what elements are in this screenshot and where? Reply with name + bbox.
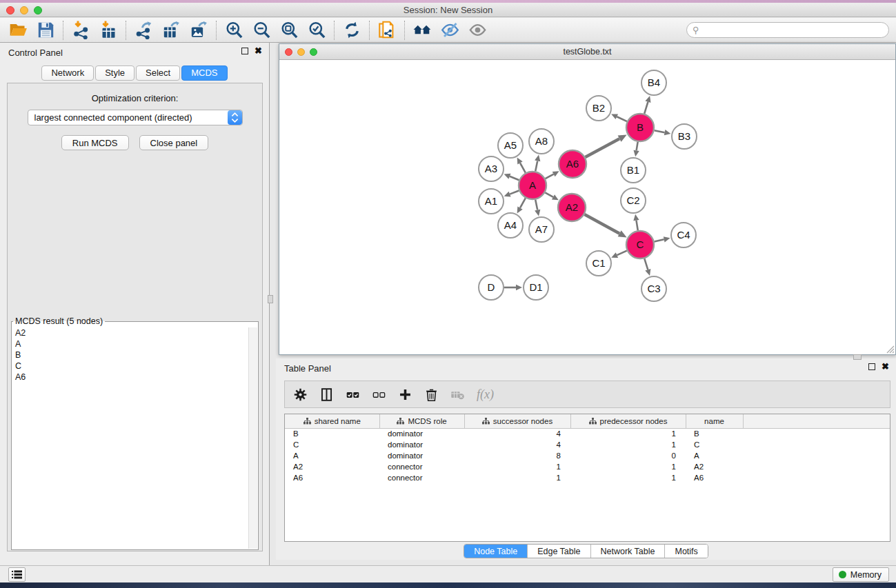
search-input[interactable]: [702, 23, 888, 37]
graph-node-A4[interactable]: A4: [498, 213, 523, 238]
delete-row-button[interactable]: [424, 387, 439, 402]
cell-name[interactable]: A6: [686, 472, 743, 483]
edge-B-B2[interactable]: [611, 114, 627, 121]
close-panel-button[interactable]: Close panel: [139, 135, 209, 150]
import-network-button[interactable]: [67, 19, 94, 41]
graph-node-A7[interactable]: A7: [529, 217, 554, 242]
close-panel-icon[interactable]: ✖: [255, 48, 262, 54]
open-session-button[interactable]: [4, 19, 32, 41]
graph-node-B4[interactable]: B4: [641, 70, 666, 95]
cell-successor-nodes[interactable]: 1: [464, 461, 570, 472]
column-header-name[interactable]: name: [686, 414, 743, 428]
edge-C-C1[interactable]: [611, 251, 627, 258]
close-network-window-button[interactable]: [285, 48, 292, 56]
cell-shared-name[interactable]: A6: [285, 472, 379, 483]
tab-node-table[interactable]: Node Table: [464, 545, 528, 558]
zoom-fit-button[interactable]: [275, 19, 303, 41]
edge-B-B4[interactable]: [644, 96, 650, 114]
edge-C-C3[interactable]: [644, 258, 650, 276]
graph-node-C4[interactable]: C4: [671, 223, 696, 247]
hide-selected-button[interactable]: [436, 19, 464, 41]
edge-A-A2[interactable]: [545, 192, 559, 200]
zoom-selected-button[interactable]: [303, 19, 330, 41]
cell-predecessor-nodes[interactable]: 1: [570, 472, 686, 483]
cell-shared-name[interactable]: C: [285, 439, 379, 450]
edge-A-A7[interactable]: [535, 200, 540, 216]
column-header-predecessor-nodes[interactable]: predecessor nodes: [570, 414, 686, 428]
table-row[interactable]: Cdominator41C: [285, 439, 890, 450]
graph-node-A5[interactable]: A5: [498, 133, 523, 158]
new-network-from-selection-button[interactable]: [373, 19, 401, 41]
column-header-MCDS-role[interactable]: MCDS role: [379, 414, 464, 428]
function-builder-button[interactable]: f(x): [477, 387, 494, 402]
graph-node-B1[interactable]: B1: [621, 158, 646, 183]
graph-node-A2[interactable]: A2: [558, 194, 586, 221]
cell-predecessor-nodes[interactable]: 1: [570, 428, 686, 439]
cell-predecessor-nodes[interactable]: 1: [570, 439, 686, 450]
network-canvas[interactable]: B4B2BB3B1A5A8A6A3AA1A2A4A7C2C4CC1C3DD1: [279, 60, 895, 354]
deselect-all-button[interactable]: [372, 387, 386, 402]
apply-layout-button[interactable]: [338, 19, 366, 41]
show-columns-button[interactable]: [319, 387, 334, 402]
tab-style[interactable]: Style: [95, 65, 135, 81]
graph-node-C1[interactable]: C1: [586, 251, 611, 276]
float-panel-icon[interactable]: [241, 48, 248, 54]
cell-name[interactable]: C: [686, 439, 743, 450]
tab-edge-table[interactable]: Edge Table: [528, 545, 590, 558]
zoom-network-window-button[interactable]: [310, 48, 317, 56]
close-panel-icon[interactable]: ✖: [882, 363, 889, 370]
graph-node-A1[interactable]: A1: [479, 189, 504, 214]
memory-button[interactable]: Memory: [833, 567, 889, 582]
cell-shared-name[interactable]: A2: [285, 461, 379, 472]
tab-motifs[interactable]: Motifs: [665, 545, 707, 558]
edge-B-B3[interactable]: [655, 130, 671, 135]
table-row[interactable]: A6connector11A6: [285, 472, 890, 483]
zoom-out-button[interactable]: [248, 19, 275, 41]
graph-node-B3[interactable]: B3: [672, 124, 697, 149]
graph-node-A8[interactable]: A8: [529, 129, 554, 154]
run-mcds-button[interactable]: Run MCDS: [61, 135, 129, 150]
cell-MCDS-role[interactable]: dominator: [379, 450, 464, 461]
export-table-button[interactable]: [157, 19, 185, 41]
cell-name[interactable]: B: [686, 428, 743, 439]
edge-C-C2[interactable]: [633, 214, 639, 230]
task-history-button[interactable]: [8, 567, 26, 582]
table-row[interactable]: Bdominator41B: [285, 428, 890, 439]
result-scrollbar[interactable]: [248, 327, 257, 549]
cell-name[interactable]: A2: [686, 461, 743, 472]
window-resize-grip[interactable]: [886, 345, 895, 354]
first-neighbors-button[interactable]: [408, 19, 436, 41]
minimize-network-window-button[interactable]: [297, 48, 305, 56]
vertical-split-grip[interactable]: [268, 295, 273, 303]
edge-A-A4[interactable]: [517, 198, 526, 213]
export-image-button[interactable]: [185, 19, 212, 41]
show-all-button[interactable]: [464, 19, 491, 41]
cell-MCDS-role[interactable]: dominator: [379, 428, 464, 439]
graph-node-A[interactable]: A: [519, 172, 546, 199]
tab-network[interactable]: Network: [41, 65, 94, 81]
table-row[interactable]: Adominator80A: [285, 450, 890, 461]
table-settings-button[interactable]: [293, 387, 308, 402]
float-panel-icon[interactable]: [868, 363, 875, 370]
column-header-successor-nodes[interactable]: successor nodes: [464, 414, 570, 428]
cell-successor-nodes[interactable]: 4: [464, 439, 570, 450]
edge-A-A5[interactable]: [517, 158, 526, 173]
column-header-shared-name[interactable]: shared name: [285, 414, 379, 428]
export-network-button[interactable]: [130, 19, 157, 41]
edge-A2-C[interactable]: [584, 214, 626, 237]
edge-A-A8[interactable]: [535, 155, 540, 172]
cell-MCDS-role[interactable]: connector: [379, 461, 464, 472]
cell-MCDS-role[interactable]: connector: [379, 472, 464, 483]
tab-network-table[interactable]: Network Table: [591, 545, 666, 558]
save-session-button[interactable]: [32, 19, 59, 41]
graph-node-C[interactable]: C: [626, 231, 654, 258]
graph-node-D[interactable]: D: [479, 275, 504, 300]
cell-predecessor-nodes[interactable]: 0: [570, 450, 686, 461]
edge-B-B1[interactable]: [633, 142, 639, 157]
cell-shared-name[interactable]: B: [285, 428, 379, 439]
table-row[interactable]: A2connector11A2: [285, 461, 890, 472]
graph-node-C2[interactable]: C2: [621, 188, 646, 213]
edge-A6-B[interactable]: [585, 134, 626, 157]
edge-A-A3[interactable]: [504, 174, 519, 180]
graph-node-B[interactable]: B: [626, 114, 654, 141]
